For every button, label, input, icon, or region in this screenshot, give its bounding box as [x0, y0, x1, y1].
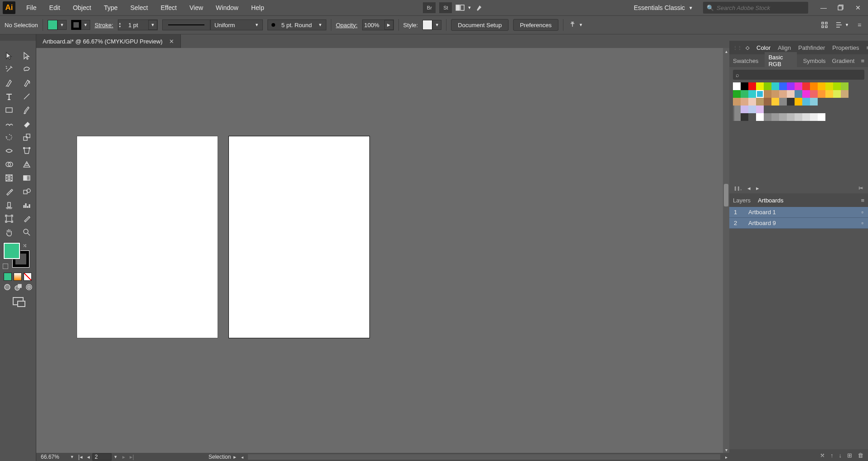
swatch-cell[interactable] [810, 98, 818, 106]
hand-tool[interactable] [0, 226, 18, 239]
search-stock-input[interactable] [717, 5, 805, 11]
swatch-cell[interactable] [802, 113, 810, 121]
swatch-cell[interactable] [764, 90, 771, 98]
chevron-down-icon[interactable]: ▼ [68, 455, 76, 459]
tab-color[interactable]: Color [756, 44, 771, 51]
artboard-list-row[interactable]: 1 Artboard 1 ▫ [729, 207, 868, 218]
stroke-weight-field[interactable]: ▲▼ ▼ [118, 19, 158, 30]
horizontal-scrollbar[interactable] [248, 454, 720, 460]
swatch-cell[interactable] [795, 113, 802, 121]
brush-definition[interactable]: 5 pt. Round ▼ [267, 19, 326, 30]
opacity-field[interactable]: ▶ [362, 19, 394, 30]
swatch-cell[interactable] [756, 82, 764, 90]
swatch-cell[interactable] [771, 90, 779, 98]
window-close-button[interactable]: ✕ [854, 4, 862, 11]
artboard-2[interactable] [229, 136, 369, 338]
swap-fill-stroke-icon[interactable]: ⤭ [23, 243, 27, 249]
swatch-cell[interactable] [748, 82, 756, 90]
scale-tool[interactable] [18, 130, 36, 144]
fill-proxy[interactable] [4, 243, 20, 259]
scroll-right-icon[interactable]: ▸ [723, 455, 729, 460]
line-tool[interactable] [18, 90, 36, 103]
delete-artboard-icon[interactable]: 🗑 [858, 452, 863, 459]
first-artboard-button[interactable]: |◂ [76, 454, 84, 460]
move-down-icon[interactable]: ↓ [839, 452, 842, 459]
swatch-libraries-icon[interactable]: ⫿⫿. [734, 185, 742, 192]
swatch-cell[interactable] [733, 90, 741, 98]
chevron-down-icon[interactable]: ▼ [112, 455, 120, 459]
color-mode-button[interactable] [4, 273, 12, 281]
rearrange-artboards-icon[interactable]: ⤧ [820, 452, 825, 459]
width-tool[interactable] [0, 144, 18, 158]
window-minimize-button[interactable]: — [820, 4, 827, 11]
preferences-button[interactable]: Preferences [513, 19, 558, 31]
tab-basic-rgb[interactable]: Basic RGB [765, 52, 796, 69]
swatch-cell[interactable] [802, 82, 810, 90]
swatch-cell[interactable] [779, 90, 787, 98]
vertical-scrollbar[interactable]: ▴ ▾ [723, 48, 729, 453]
scroll-up-icon[interactable]: ▴ [723, 48, 729, 54]
artboard-options-icon[interactable]: ▫ [861, 220, 863, 226]
menu-view[interactable]: View [183, 0, 209, 15]
swatch-cell[interactable] [748, 106, 756, 113]
eyedropper-tool[interactable] [0, 185, 18, 198]
swatch-cell[interactable] [818, 82, 825, 90]
magic-wand-tool[interactable] [0, 62, 18, 76]
swatch-cell[interactable] [779, 82, 787, 90]
swatch-cell[interactable] [756, 98, 764, 106]
swatch-cell[interactable] [810, 90, 818, 98]
default-fill-stroke-icon[interactable] [3, 264, 8, 269]
artboard-list-row[interactable]: 2 Artboard 9 ▫ [729, 218, 868, 229]
swatch-search-field[interactable]: ⌕ [733, 70, 864, 80]
search-stock-field[interactable]: 🔍 [703, 2, 808, 14]
fill-color-control[interactable]: ▼ [48, 20, 67, 30]
prev-artboard-button[interactable]: ◂ [84, 454, 92, 460]
variable-width-profile[interactable]: Uniform▼ [162, 19, 263, 30]
tab-align[interactable]: Align [778, 44, 791, 51]
pen-tool[interactable] [0, 76, 18, 90]
swatch-cell[interactable] [787, 90, 795, 98]
swatch-cell[interactable] [802, 90, 810, 98]
stock-button[interactable]: St [439, 2, 452, 13]
next-swatch-icon[interactable]: ▸ [756, 185, 759, 192]
close-icon[interactable]: ✕ [169, 38, 174, 45]
swatch-cell[interactable] [833, 82, 841, 90]
draw-normal-button[interactable] [4, 283, 13, 293]
align-to-icon[interactable] [820, 21, 829, 29]
column-graph-tool[interactable] [18, 198, 36, 212]
bridge-button[interactable]: Br [423, 2, 436, 13]
swatch-cell[interactable] [733, 106, 741, 113]
gpu-rocket-icon[interactable] [475, 3, 484, 13]
swatch-cell[interactable] [748, 98, 756, 106]
swatch-cell[interactable] [779, 113, 787, 121]
artboard-nav-field[interactable] [92, 453, 112, 461]
menu-select[interactable]: Select [124, 0, 155, 15]
swatch-cell[interactable] [748, 113, 756, 121]
blend-tool[interactable] [18, 185, 36, 198]
tab-properties[interactable]: Properties [832, 44, 859, 51]
tab-swatches[interactable]: Swatches [733, 58, 758, 64]
draw-inside-button[interactable] [25, 283, 34, 293]
rectangle-tool[interactable] [0, 103, 18, 117]
symbol-sprayer-tool[interactable] [0, 198, 18, 212]
swatch-cell[interactable] [756, 106, 764, 113]
swatch-cell[interactable] [825, 90, 833, 98]
swatch-cell[interactable] [787, 113, 795, 121]
swatch-cell[interactable] [795, 90, 802, 98]
swatch-cell[interactable] [810, 82, 818, 90]
swatch-cell[interactable] [795, 82, 802, 90]
screen-mode-button[interactable] [13, 297, 24, 305]
stroke-label[interactable]: Stroke: [95, 22, 113, 29]
fill-stroke-control[interactable]: ⤭ [0, 242, 36, 271]
opacity-input[interactable] [363, 22, 384, 29]
swatch-cell[interactable] [810, 113, 818, 121]
panel-menu-icon[interactable]: ≡ [861, 197, 864, 204]
menu-edit[interactable]: Edit [43, 0, 67, 15]
swatch-cell[interactable] [741, 90, 748, 98]
artboard-options-icon[interactable]: ▫ [861, 209, 863, 216]
slice-tool[interactable] [18, 212, 36, 226]
menu-type[interactable]: Type [97, 0, 124, 15]
menu-file[interactable]: File [20, 0, 43, 15]
scroll-down-icon[interactable]: ▾ [723, 447, 729, 453]
align-options[interactable]: ▼ [835, 21, 849, 29]
